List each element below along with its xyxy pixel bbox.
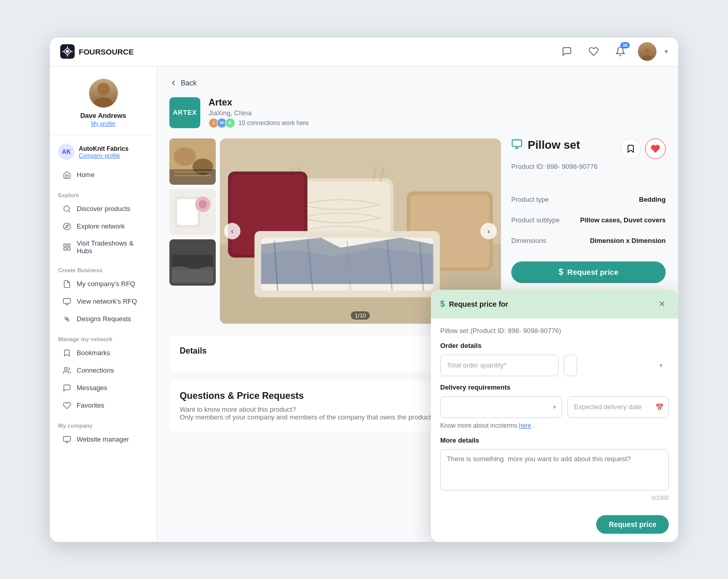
gallery-thumbnails [169,138,216,324]
sidebar-item-bookmarks[interactable]: Bookmarks [54,344,152,362]
sidebar-bookmarks-label: Bookmarks [77,349,110,357]
supplier-location: JiaXing, China [209,109,309,117]
sidebar-messages-label: Messages [77,384,107,392]
svg-point-1 [66,50,69,53]
svg-point-6 [64,206,70,212]
delivery-row [440,396,669,418]
bookmark-button[interactable] [620,138,641,159]
notifications-icon-btn[interactable]: 38 [611,42,630,61]
svg-point-7 [63,223,70,230]
sidebar-profile-link[interactable]: My profile [58,120,148,127]
sidebar-item-messages[interactable]: Messages [54,379,152,397]
subtype-value: Pillow cases, Duvet covers [580,216,666,224]
sidebar-profile: Dave Andrews My profile [50,75,157,135]
unit-select[interactable] [564,355,577,376]
svg-point-3 [643,55,652,61]
svg-rect-9 [64,244,66,247]
product-title: Pillow set [528,138,580,152]
incoterms-note-before: Know more about incoterms [440,422,519,429]
sidebar: Dave Andrews My profile AK AutoKnit Fabr… [50,66,157,542]
conn-avatar-3: K [225,118,235,128]
subtype-label: Product subtype [511,216,560,224]
svg-rect-29 [177,199,198,225]
svg-rect-12 [64,248,66,250]
type-label: Product type [511,196,549,203]
request-price-label: Request price [567,268,618,276]
favorites-icon-btn[interactable] [584,42,603,61]
gallery-prev[interactable]: ‹ [224,223,240,239]
discover-icon [62,204,72,214]
messages-icon-btn[interactable] [558,42,576,61]
more-details-textarea[interactable] [440,449,669,490]
incoterms-select[interactable] [440,396,562,418]
delivery-date-input[interactable] [567,396,669,418]
quantity-input[interactable] [440,355,559,376]
app-logo[interactable]: FOURSOURCE [60,44,134,59]
back-button[interactable]: Back [169,79,666,87]
company-section-label: My company [50,418,157,431]
thumbnail-2[interactable] [169,189,216,235]
supplier-header: ARTEX Artex JiaXing, China J M K 10 conn… [169,97,666,128]
modal-submit-button[interactable]: Request price [596,515,669,534]
product-id: Product ID: 898- 9098-90776 [511,163,666,179]
modal-body: Pillow set (Product ID: 898- 9098-90776)… [431,319,678,509]
sidebar-section-home: Home [50,164,157,186]
sidebar-company-name: AutoKnit Fabrics [79,145,129,152]
tradeshows-icon [62,242,72,252]
request-price-button[interactable]: $ Request price [511,261,666,283]
sidebar-item-website[interactable]: Website manager [54,431,152,448]
explore-icon [62,222,72,231]
supplier-info: Artex JiaXing, China J M K 10 connection… [209,97,309,128]
dollar-icon: $ [559,268,563,277]
sidebar-section-company: My company Website manager [50,416,157,450]
modal-dollar-icon: $ [440,300,445,309]
incoterms-select-wrap [440,396,562,418]
connections-icon [62,366,72,375]
svg-point-22 [174,147,196,166]
request-price-modal: $ Request price for ✕ Pillow set (Produc… [431,290,678,542]
modal-header: $ Request price for ✕ [431,290,678,319]
sidebar-explore-label: Explore network [77,222,125,230]
supplier-name: Artex [209,97,309,108]
product-id-label: Product ID: [511,163,545,170]
notification-badge: 38 [620,42,630,48]
svg-point-31 [199,200,207,208]
svg-point-17 [64,367,67,370]
product-title-icon [511,138,523,152]
product-id-value: 898- 9098-90776 [547,163,598,170]
modal-subtitle: Pillow set (Product ID: 898- 9098-90776) [440,327,669,335]
supplier-logo[interactable]: ARTEX [169,97,200,128]
sidebar-item-discover[interactable]: Discover products [54,200,152,218]
sidebar-item-tradeshows[interactable]: Visit Tradeshows & Hubs [54,235,152,259]
sidebar-item-explore[interactable]: Explore network [54,218,152,235]
thumbnail-1[interactable] [169,138,216,185]
home-icon [62,170,72,180]
sidebar-item-designs[interactable]: Designs Requests [54,310,152,328]
sidebar-company-avatar: AK [58,144,75,160]
sidebar-network-rfq-label: View network's RFQ [77,297,137,305]
sidebar-item-network-rfq[interactable]: View network's RFQ [54,293,152,310]
svg-marker-8 [65,225,68,228]
sidebar-company-link[interactable]: Company profile [79,152,129,159]
app-name: FOURSOURCE [79,47,134,56]
user-dropdown-arrow[interactable]: ▾ [665,48,668,55]
favorites-nav-icon [62,401,72,410]
incoterms-link[interactable]: here [519,422,531,429]
sidebar-item-my-rfq[interactable]: My company's RFQ [54,275,152,293]
designs-icon [62,314,72,324]
sidebar-item-connections[interactable]: Connections [54,362,152,379]
gallery-counter: 1/10 [351,311,370,320]
order-details-row [440,355,669,376]
connection-avatars: J M K [209,118,235,128]
thumbnail-3[interactable] [169,239,216,286]
textarea-counter: 0/1000 [440,495,669,501]
sidebar-designs-label: Designs Requests [77,315,131,323]
gallery-next[interactable]: › [480,223,497,239]
user-avatar-btn[interactable] [638,42,656,61]
messages-icon [62,383,72,393]
sidebar-item-home[interactable]: Home [54,166,152,184]
sidebar-tradeshows-label: Visit Tradeshows & Hubs [77,239,144,255]
favorite-button[interactable] [645,138,666,159]
sidebar-item-favorites[interactable]: Favorites [54,397,152,414]
modal-close-button[interactable]: ✕ [654,297,669,311]
